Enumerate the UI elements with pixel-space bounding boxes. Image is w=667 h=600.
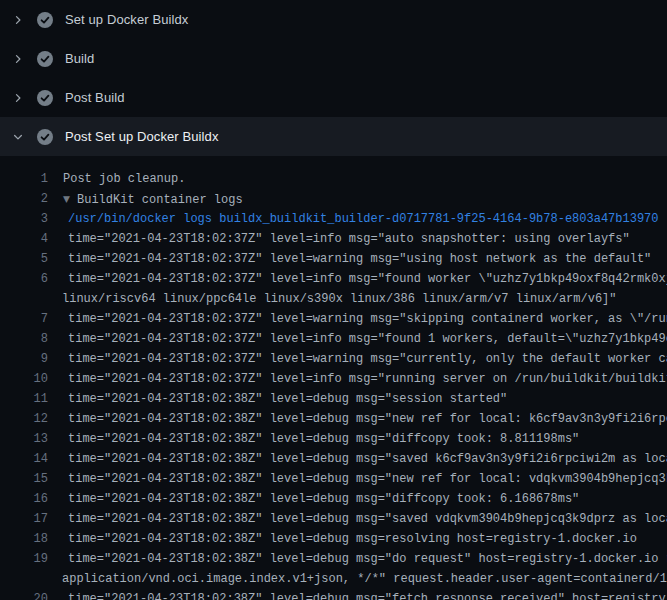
log-line: 16time="2021-04-23T18:02:38Z" level=debu… — [0, 489, 667, 509]
log-text: time="2021-04-23T18:02:38Z" level=debug … — [48, 449, 667, 469]
log-text: time="2021-04-23T18:02:38Z" level=debug … — [48, 489, 667, 509]
line-number — [0, 569, 48, 589]
group-toggle-label[interactable]: BuildKit container logs — [77, 193, 243, 207]
log-command-text: /usr/bin/docker logs buildx_buildkit_bui… — [48, 209, 667, 229]
step-label: Build — [65, 51, 94, 66]
step-row-build[interactable]: Build — [0, 39, 667, 78]
chevron-right-icon — [12, 53, 24, 65]
log-text: time="2021-04-23T18:02:37Z" level=info m… — [48, 329, 667, 349]
line-number[interactable]: 8 — [0, 329, 48, 349]
log-line: 4time="2021-04-23T18:02:37Z" level=info … — [0, 229, 667, 249]
log-text: time="2021-04-23T18:02:38Z" level=debug … — [48, 429, 667, 449]
step-row-post-set-up-docker-buildx[interactable]: Post Set up Docker Buildx — [0, 117, 667, 156]
log-text: time="2021-04-23T18:02:38Z" level=debug … — [48, 469, 667, 489]
log-text-continuation: linux/riscv64 linux/ppc64le linux/s390x … — [48, 289, 667, 309]
log-text: time="2021-04-23T18:02:37Z" level=warnin… — [48, 349, 667, 369]
log-line: 18time="2021-04-23T18:02:38Z" level=debu… — [0, 529, 667, 549]
step-row-post-build[interactable]: Post Build — [0, 78, 667, 117]
log-line: 15time="2021-04-23T18:02:38Z" level=debu… — [0, 469, 667, 489]
log-text: time="2021-04-23T18:02:37Z" level=info m… — [48, 369, 667, 389]
check-circle-icon — [37, 12, 53, 28]
log-line: 19time="2021-04-23T18:02:38Z" level=debu… — [0, 549, 667, 569]
step-label: Post Set up Docker Buildx — [65, 129, 219, 144]
chevron-down-icon — [12, 131, 24, 143]
line-number[interactable]: 2 — [0, 189, 48, 209]
log-line: 14time="2021-04-23T18:02:38Z" level=debu… — [0, 449, 667, 469]
check-circle-icon — [37, 90, 53, 106]
log-text: time="2021-04-23T18:02:38Z" level=debug … — [48, 589, 667, 600]
chevron-right-icon — [12, 92, 24, 104]
log-text-continuation: application/vnd.oci.image.index.v1+json,… — [48, 569, 667, 589]
log-line: 7time="2021-04-23T18:02:37Z" level=warni… — [0, 309, 667, 329]
line-number[interactable]: 10 — [0, 369, 48, 389]
log-line: 6time="2021-04-23T18:02:37Z" level=info … — [0, 269, 667, 289]
line-number[interactable]: 14 — [0, 449, 48, 469]
line-number[interactable]: 15 — [0, 469, 48, 489]
log-text: time="2021-04-23T18:02:37Z" level=warnin… — [48, 309, 667, 329]
line-number[interactable]: 5 — [0, 249, 48, 269]
line-number[interactable]: 6 — [0, 269, 48, 289]
log-line: 3/usr/bin/docker logs buildx_buildkit_bu… — [0, 209, 667, 229]
log-text: time="2021-04-23T18:02:37Z" level=info m… — [48, 269, 667, 289]
log-text: time="2021-04-23T18:02:38Z" level=debug … — [48, 389, 667, 409]
line-number[interactable]: 7 — [0, 309, 48, 329]
line-number[interactable]: 1 — [0, 169, 48, 189]
log-line: 10time="2021-04-23T18:02:37Z" level=info… — [0, 369, 667, 389]
log-text: time="2021-04-23T18:02:38Z" level=debug … — [48, 509, 667, 529]
log-line: 2▼BuildKit container logs — [0, 189, 667, 209]
line-number[interactable]: 13 — [0, 429, 48, 449]
log-text: Post job cleanup. — [48, 169, 667, 189]
log-line: 20time="2021-04-23T18:02:38Z" level=debu… — [0, 589, 667, 600]
log-line: 17time="2021-04-23T18:02:38Z" level=debu… — [0, 509, 667, 529]
group-caret-icon[interactable]: ▼ — [63, 189, 77, 209]
log-view: 1Post job cleanup.2▼BuildKit container l… — [0, 156, 667, 600]
log-text: time="2021-04-23T18:02:38Z" level=debug … — [48, 409, 667, 429]
line-number[interactable]: 20 — [0, 589, 48, 600]
line-number[interactable]: 18 — [0, 529, 48, 549]
line-number[interactable]: 9 — [0, 349, 48, 369]
check-circle-icon — [37, 129, 53, 145]
log-text: time="2021-04-23T18:02:37Z" level=warnin… — [48, 249, 667, 269]
log-line: linux/riscv64 linux/ppc64le linux/s390x … — [0, 289, 667, 309]
log-line: 13time="2021-04-23T18:02:38Z" level=debu… — [0, 429, 667, 449]
log-group-header: ▼BuildKit container logs — [48, 189, 667, 209]
line-number[interactable]: 16 — [0, 489, 48, 509]
log-line: 1Post job cleanup. — [0, 169, 667, 189]
line-number[interactable]: 4 — [0, 229, 48, 249]
log-line: 9time="2021-04-23T18:02:37Z" level=warni… — [0, 349, 667, 369]
steps-list: Set up Docker BuildxBuildPost BuildPost … — [0, 0, 667, 156]
line-number[interactable]: 17 — [0, 509, 48, 529]
log-line: 5time="2021-04-23T18:02:37Z" level=warni… — [0, 249, 667, 269]
line-number[interactable]: 3 — [0, 209, 48, 229]
log-text: time="2021-04-23T18:02:38Z" level=debug … — [48, 529, 667, 549]
log-line: 12time="2021-04-23T18:02:38Z" level=debu… — [0, 409, 667, 429]
log-text: time="2021-04-23T18:02:38Z" level=debug … — [48, 549, 667, 569]
check-circle-icon — [37, 51, 53, 67]
line-number[interactable]: 19 — [0, 549, 48, 569]
step-label: Set up Docker Buildx — [65, 12, 188, 27]
log-line: application/vnd.oci.image.index.v1+json,… — [0, 569, 667, 589]
log-text: time="2021-04-23T18:02:37Z" level=info m… — [48, 229, 667, 249]
line-number[interactable]: 12 — [0, 409, 48, 429]
step-label: Post Build — [65, 90, 125, 105]
log-line: 11time="2021-04-23T18:02:38Z" level=debu… — [0, 389, 667, 409]
log-line: 8time="2021-04-23T18:02:37Z" level=info … — [0, 329, 667, 349]
chevron-right-icon — [12, 14, 24, 26]
step-row-set-up-docker-buildx[interactable]: Set up Docker Buildx — [0, 0, 667, 39]
line-number[interactable]: 11 — [0, 389, 48, 409]
line-number — [0, 289, 48, 309]
